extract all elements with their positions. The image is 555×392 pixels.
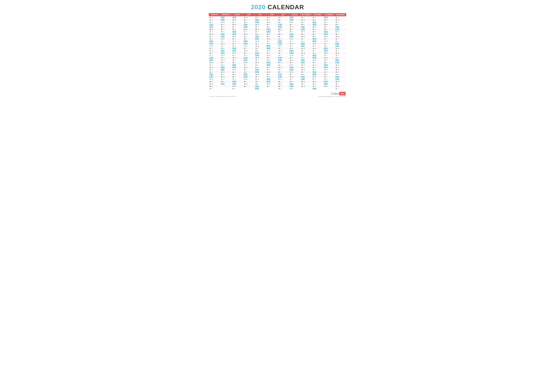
calendar-cell: 30 T [266, 85, 278, 87]
day-entry: 04 W [324, 24, 328, 26]
day-entry: 03 T [232, 21, 236, 23]
calendar-cell: 16 W [300, 52, 312, 54]
day-entry: 06 T [312, 29, 316, 30]
day-entry: 16 S [290, 52, 293, 54]
table-row: 11 S11 T11 W11 S11 M11 T11 S11 T11 F11 S… [209, 40, 346, 43]
calendar-cell: 09 M [232, 35, 243, 38]
calendar-cell: 18 W [232, 57, 243, 59]
calendar-cell: 20 F [323, 61, 335, 64]
table-row: 20 M20 T20 F20 M20 W20 S20 M20 T20 S20 T… [209, 61, 346, 64]
calendar-cell: 09 W [300, 35, 312, 38]
calendar-cell: 24 S [255, 71, 266, 73]
calendar-cell: 29 M [266, 83, 278, 85]
calendar-cell: 30 S [289, 85, 300, 87]
calendar-cell: 10 W [266, 38, 278, 40]
day-entry: 31 F [209, 88, 213, 90]
day-entry: 13 M [209, 45, 213, 47]
day-entry: 15 W [209, 50, 213, 52]
day-entry: 24 S [312, 71, 316, 73]
day-entry: 22 S [324, 66, 328, 68]
calendar-cell: 10 F [243, 38, 255, 40]
day-entry: 11 T [290, 40, 293, 42]
calendar-cell: 02 S [255, 19, 266, 21]
calendar-cell: 18 S [209, 57, 220, 59]
calendar-cell: 24 T [323, 71, 335, 73]
day-entry: 27 F [324, 78, 328, 80]
calendar-cell: 25 S [278, 73, 289, 76]
day-entry: 17 W [266, 55, 271, 56]
calendar-cell: 29 T [323, 83, 335, 85]
calendar-cell: 24 T [335, 71, 346, 73]
calendar-cell: 08 F [255, 33, 266, 35]
calendar-cell: 31 F [209, 87, 220, 90]
day-entry: 23 T [278, 69, 282, 71]
day-entry: 06 M [209, 29, 213, 30]
day-entry: 23 M [232, 69, 236, 71]
calendar-cell: 22 M [266, 66, 278, 69]
day-entry: 14 F [290, 48, 293, 49]
calendar-cell: 20 T [220, 61, 232, 64]
calendar-cell: 23 M [232, 69, 243, 71]
calendar-cell: 20 S [300, 61, 312, 64]
calendar-cell: 18 F [300, 57, 312, 59]
calendar-cell: 06 S [266, 28, 278, 31]
day-entry: 31 T [335, 88, 339, 90]
day-entry: 16 T [209, 52, 213, 54]
calendar-cell: 12 S [209, 43, 220, 45]
day-entry: 11 M [255, 40, 259, 42]
day-entry: 21 F [221, 64, 225, 66]
calendar-cell: 23 F [312, 69, 323, 71]
calendar-cell: 07 T [209, 31, 220, 33]
calendar-cell: 08 W [209, 33, 220, 35]
calendar-cell: 13 M [243, 45, 255, 47]
day-entry: 27 S [301, 78, 305, 80]
calendar-cell: 10 T [335, 38, 346, 40]
day-entry: 14 M [301, 48, 305, 49]
calendar-cell: 25 S [209, 73, 220, 76]
calendar-cell: 11 T [220, 40, 232, 43]
calendar-cell: 28 T [209, 80, 220, 83]
calendar-cell: 01 F [255, 16, 266, 19]
calendar-cell: 12 T [232, 43, 243, 45]
day-entry: 28 T [209, 81, 213, 82]
day-entry: 06 F [232, 29, 236, 30]
calendar-cell: 05 S [335, 26, 346, 28]
logo-calen: Calen [331, 92, 339, 95]
calendar-cell: 12 F [266, 43, 278, 45]
calendar-cell: 13 S [335, 45, 346, 47]
calendar-cell: 15 T [335, 50, 346, 52]
day-entry: 23 T [244, 69, 247, 71]
calendar-cell: 28 M [300, 80, 312, 83]
day-entry: 27 T [221, 78, 225, 80]
day-entry: 30 F [312, 86, 316, 87]
calendar-cell: 04 S [278, 23, 289, 26]
day-entry: 05 S [278, 26, 282, 28]
calendar-cell: 28 S [323, 80, 335, 83]
calendar-cell: 09 W [335, 35, 346, 38]
table-row: 25 S25 T25 W25 S25 M25 T25 S25 T25 F25 S… [209, 73, 346, 76]
calendar-cell: 11 W [232, 40, 243, 43]
calendar-cell: 04 F [300, 23, 312, 26]
day-entry: 07 S [324, 31, 328, 33]
calendar-cell: 07 F [220, 31, 232, 33]
day-entry: 19 S [244, 59, 248, 61]
day-entry: 26 T [255, 76, 259, 78]
calendar-cell: 15 W [243, 50, 255, 52]
day-entry: 25 S [278, 74, 282, 75]
day-entry: 15 S [290, 50, 293, 52]
table-row: 31 F31 T31 S31 F31 M31 S31 T [209, 87, 346, 90]
calendar-cell: 29 S [312, 83, 323, 85]
calendar-cell: 13 T [220, 45, 232, 47]
month-header-september: SEPTEMBER [300, 13, 312, 16]
day-entry: 27 M [209, 78, 213, 80]
calendar-cell: 26 F [266, 76, 278, 78]
calendar-cell: 03 F [209, 21, 220, 23]
calendar-cell: 05 T [323, 26, 335, 28]
day-entry: 24 T [232, 71, 236, 73]
calendar-cell: 31 M [289, 87, 300, 90]
day-entry: 13 W [255, 45, 259, 47]
calendar-cell: 18 T [220, 57, 232, 59]
calendar-cell: 27 M [278, 78, 289, 80]
calendar-cell: 17 T [300, 54, 312, 57]
day-entry: 04 S [312, 24, 316, 26]
